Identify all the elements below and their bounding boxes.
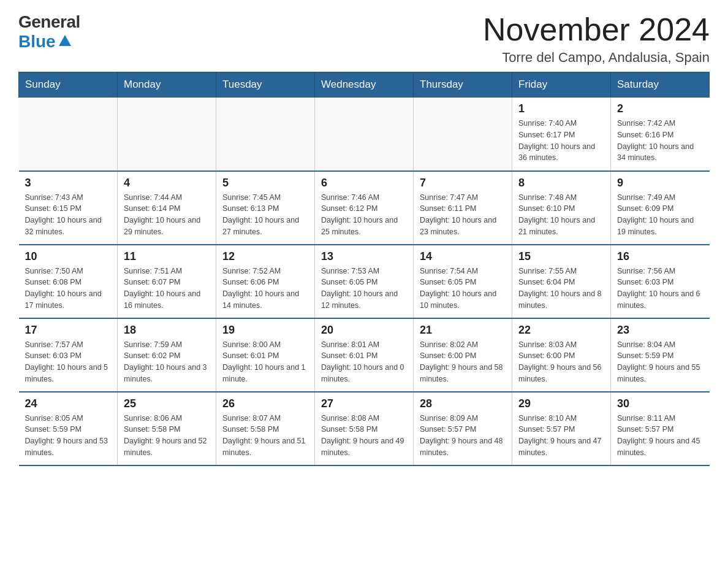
day-info-line: Sunset: 6:14 PM bbox=[124, 204, 180, 213]
day-info-line: Sunset: 6:05 PM bbox=[420, 278, 476, 286]
day-info-line: Sunrise: 7:50 AM bbox=[25, 267, 83, 275]
day-info-line: Sunset: 6:06 PM bbox=[222, 278, 279, 286]
day-info-line: Daylight: 9 hours and 51 minutes. bbox=[222, 437, 306, 457]
day-info-line: Daylight: 10 hours and 19 minutes. bbox=[617, 216, 694, 236]
day-info: Sunrise: 7:55 AMSunset: 6:04 PMDaylight:… bbox=[518, 266, 604, 312]
day-info: Sunrise: 7:59 AMSunset: 6:02 PMDaylight:… bbox=[124, 339, 210, 385]
day-info-line: Daylight: 10 hours and 12 minutes. bbox=[321, 289, 398, 310]
day-info-line: Sunrise: 7:46 AM bbox=[321, 193, 379, 202]
day-info: Sunrise: 8:05 AMSunset: 5:59 PMDaylight:… bbox=[25, 413, 112, 459]
day-info-line: Sunset: 6:02 PM bbox=[124, 351, 180, 360]
calendar-cell: 22Sunrise: 8:03 AMSunset: 6:00 PMDayligh… bbox=[512, 318, 611, 392]
calendar-cell: 7Sunrise: 7:47 AMSunset: 6:11 PMDaylight… bbox=[414, 171, 512, 245]
calendar-cell: 16Sunrise: 7:56 AMSunset: 6:03 PMDayligh… bbox=[611, 245, 710, 318]
day-info: Sunrise: 8:10 AMSunset: 5:57 PMDaylight:… bbox=[518, 413, 604, 459]
day-info-line: Sunset: 5:58 PM bbox=[321, 425, 377, 434]
day-info-line: Sunrise: 7:45 AM bbox=[222, 193, 281, 202]
calendar-cell: 12Sunrise: 7:52 AMSunset: 6:06 PMDayligh… bbox=[216, 245, 315, 318]
day-info: Sunrise: 7:56 AMSunset: 6:03 PMDaylight:… bbox=[617, 266, 703, 312]
day-number: 17 bbox=[25, 324, 112, 337]
day-info-line: Sunrise: 8:06 AM bbox=[124, 414, 182, 423]
day-info: Sunrise: 7:42 AMSunset: 6:16 PMDaylight:… bbox=[617, 118, 703, 164]
calendar-week-row-5: 24Sunrise: 8:05 AMSunset: 5:59 PMDayligh… bbox=[19, 392, 710, 465]
day-info: Sunrise: 7:47 AMSunset: 6:11 PMDaylight:… bbox=[420, 192, 506, 238]
calendar-cell: 15Sunrise: 7:55 AMSunset: 6:04 PMDayligh… bbox=[512, 245, 611, 318]
day-info-line: Daylight: 10 hours and 5 minutes. bbox=[25, 363, 108, 383]
header-saturday: Saturday bbox=[611, 72, 710, 98]
calendar-cell: 28Sunrise: 8:09 AMSunset: 5:57 PMDayligh… bbox=[414, 392, 512, 465]
day-info: Sunrise: 8:08 AMSunset: 5:58 PMDaylight:… bbox=[321, 413, 407, 459]
day-info-line: Sunset: 6:05 PM bbox=[321, 278, 377, 286]
day-number: 10 bbox=[25, 250, 112, 263]
day-info-line: Sunrise: 8:03 AM bbox=[518, 340, 577, 349]
day-number: 6 bbox=[321, 177, 407, 190]
day-info-line: Sunrise: 8:05 AM bbox=[25, 414, 83, 423]
day-info-line: Sunset: 6:03 PM bbox=[25, 351, 82, 360]
day-number: 18 bbox=[124, 324, 210, 337]
day-info: Sunrise: 7:53 AMSunset: 6:05 PMDaylight:… bbox=[321, 266, 407, 312]
day-info-line: Daylight: 10 hours and 36 minutes. bbox=[518, 142, 595, 163]
day-info-line: Sunrise: 7:49 AM bbox=[617, 193, 675, 202]
day-info: Sunrise: 7:57 AMSunset: 6:03 PMDaylight:… bbox=[25, 339, 112, 385]
day-info-line: Daylight: 10 hours and 27 minutes. bbox=[222, 216, 299, 236]
day-info: Sunrise: 8:09 AMSunset: 5:57 PMDaylight:… bbox=[420, 413, 506, 459]
day-info-line: Sunrise: 7:51 AM bbox=[124, 267, 182, 275]
day-info-line: Daylight: 10 hours and 1 minute. bbox=[222, 363, 306, 383]
day-info-line: Sunset: 6:13 PM bbox=[222, 204, 279, 213]
day-info-line: Daylight: 10 hours and 8 minutes. bbox=[518, 289, 602, 310]
logo-general: General bbox=[18, 12, 80, 32]
day-number: 23 bbox=[617, 324, 703, 337]
calendar-week-row-2: 3Sunrise: 7:43 AMSunset: 6:15 PMDaylight… bbox=[19, 171, 710, 245]
day-info: Sunrise: 8:03 AMSunset: 6:00 PMDaylight:… bbox=[518, 339, 604, 385]
day-info-line: Daylight: 10 hours and 6 minutes. bbox=[617, 289, 700, 310]
calendar-table: Sunday Monday Tuesday Wednesday Thursday… bbox=[18, 72, 710, 466]
title-section: November 2024 Torre del Campo, Andalusia… bbox=[483, 12, 710, 66]
day-info-line: Daylight: 10 hours and 0 minutes. bbox=[321, 363, 404, 383]
day-info-line: Daylight: 9 hours and 56 minutes. bbox=[518, 363, 602, 383]
day-info-line: Sunrise: 8:00 AM bbox=[222, 340, 281, 349]
calendar-cell bbox=[315, 98, 414, 171]
day-info-line: Sunset: 6:17 PM bbox=[518, 131, 575, 139]
calendar-week-row-3: 10Sunrise: 7:50 AMSunset: 6:08 PMDayligh… bbox=[19, 245, 710, 318]
day-info: Sunrise: 8:02 AMSunset: 6:00 PMDaylight:… bbox=[420, 339, 506, 385]
day-info: Sunrise: 7:48 AMSunset: 6:10 PMDaylight:… bbox=[518, 192, 604, 238]
day-number: 14 bbox=[420, 250, 506, 263]
calendar-cell bbox=[118, 98, 216, 171]
calendar-cell: 6Sunrise: 7:46 AMSunset: 6:12 PMDaylight… bbox=[315, 171, 414, 245]
logo-blue-text: Blue bbox=[18, 32, 56, 52]
day-info-line: Sunrise: 7:54 AM bbox=[420, 267, 478, 275]
day-info-line: Sunrise: 7:40 AM bbox=[518, 119, 577, 128]
day-info-line: Sunset: 6:12 PM bbox=[321, 204, 377, 213]
day-number: 16 bbox=[617, 250, 703, 263]
day-number: 28 bbox=[420, 397, 506, 410]
calendar-cell: 20Sunrise: 8:01 AMSunset: 6:01 PMDayligh… bbox=[315, 318, 414, 392]
day-info-line: Daylight: 9 hours and 49 minutes. bbox=[321, 437, 404, 457]
day-number: 12 bbox=[222, 250, 308, 263]
day-number: 9 bbox=[617, 177, 703, 190]
day-info-line: Sunset: 5:58 PM bbox=[124, 425, 180, 434]
calendar-cell: 18Sunrise: 7:59 AMSunset: 6:02 PMDayligh… bbox=[118, 318, 216, 392]
day-number: 20 bbox=[321, 324, 407, 337]
day-info-line: Daylight: 10 hours and 21 minutes. bbox=[518, 216, 595, 236]
day-info-line: Daylight: 9 hours and 47 minutes. bbox=[518, 437, 602, 457]
day-number: 29 bbox=[518, 397, 604, 410]
day-info: Sunrise: 7:49 AMSunset: 6:09 PMDaylight:… bbox=[617, 192, 703, 238]
day-number: 3 bbox=[25, 177, 112, 190]
day-info-line: Sunset: 6:00 PM bbox=[420, 351, 476, 360]
day-info-line: Sunrise: 7:56 AM bbox=[617, 267, 675, 275]
day-info: Sunrise: 8:01 AMSunset: 6:01 PMDaylight:… bbox=[321, 339, 407, 385]
day-info-line: Sunset: 5:58 PM bbox=[222, 425, 279, 434]
month-year-title: November 2024 bbox=[483, 12, 710, 47]
logo: General Blue bbox=[18, 12, 80, 52]
day-info-line: Sunrise: 8:02 AM bbox=[420, 340, 478, 349]
calendar-cell: 9Sunrise: 7:49 AMSunset: 6:09 PMDaylight… bbox=[611, 171, 710, 245]
day-info: Sunrise: 8:06 AMSunset: 5:58 PMDaylight:… bbox=[124, 413, 210, 459]
day-info-line: Sunset: 6:10 PM bbox=[518, 204, 575, 213]
calendar-cell: 4Sunrise: 7:44 AMSunset: 6:14 PMDaylight… bbox=[118, 171, 216, 245]
calendar-cell: 1Sunrise: 7:40 AMSunset: 6:17 PMDaylight… bbox=[512, 98, 611, 171]
day-info-line: Sunrise: 8:04 AM bbox=[617, 340, 675, 349]
day-info: Sunrise: 7:43 AMSunset: 6:15 PMDaylight:… bbox=[25, 192, 112, 238]
day-number: 19 bbox=[222, 324, 308, 337]
day-info-line: Daylight: 9 hours and 55 minutes. bbox=[617, 363, 700, 383]
day-info: Sunrise: 8:11 AMSunset: 5:57 PMDaylight:… bbox=[617, 413, 703, 459]
